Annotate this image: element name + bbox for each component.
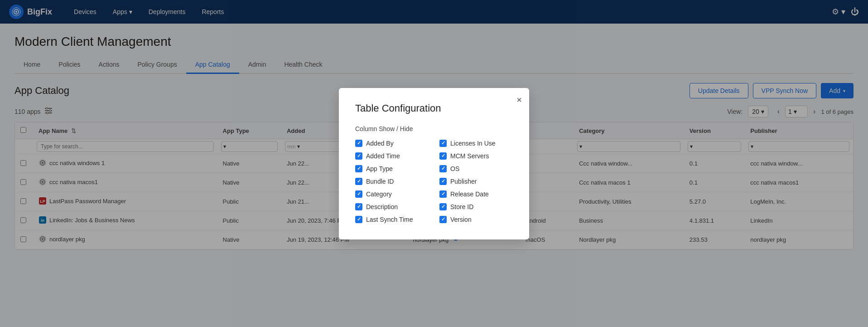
checkbox-os-label: OS (450, 165, 459, 172)
checkbox-publisher: Publisher (439, 178, 513, 185)
checkbox-os-icon[interactable] (439, 165, 447, 172)
checkbox-last-synch-icon[interactable] (355, 216, 362, 223)
checkbox-description-label: Description (366, 203, 398, 210)
checkbox-category: Category (355, 190, 429, 198)
table-config-modal: × Table Configuration Column Show / Hide… (339, 88, 529, 239)
checkbox-added-time: Added Time (355, 152, 429, 160)
section-label: Column Show / Hide (355, 125, 513, 132)
modal-title: Table Configuration (355, 102, 513, 114)
checkbox-last-synch-time: Last Synch Time (355, 216, 429, 223)
checkbox-app-type-label: App Type (366, 165, 393, 172)
checkbox-store-id-icon[interactable] (439, 203, 447, 210)
checkbox-added-by-icon[interactable] (355, 140, 362, 147)
modal-close-button[interactable]: × (516, 95, 522, 104)
checkbox-added-by-label: Added By (366, 140, 394, 147)
checkbox-last-synch-label: Last Synch Time (366, 216, 413, 223)
checkbox-version-label: Version (450, 216, 472, 223)
checkbox-release-date-label: Release Date (450, 190, 489, 198)
checkbox-licenses-in-use: Licenses In Use (439, 140, 513, 147)
checkbox-description-icon[interactable] (355, 203, 362, 210)
modal-overlay[interactable]: × Table Configuration Column Show / Hide… (0, 0, 868, 250)
checkbox-category-label: Category (366, 190, 392, 198)
checkbox-mcm-icon[interactable] (439, 152, 447, 160)
checkbox-publisher-label: Publisher (450, 178, 477, 185)
checkbox-bundle-id-icon[interactable] (355, 178, 362, 185)
checkbox-bundle-id-label: Bundle ID (366, 178, 394, 185)
checkbox-bundle-id: Bundle ID (355, 178, 429, 185)
column-checkboxes: Added By Licenses In Use Added Time MCM … (355, 140, 513, 223)
checkbox-release-date-icon[interactable] (439, 190, 447, 198)
checkbox-licenses-label: Licenses In Use (450, 140, 496, 147)
checkbox-category-icon[interactable] (355, 190, 362, 198)
checkbox-mcm-label: MCM Servers (450, 152, 489, 160)
checkbox-release-date: Release Date (439, 190, 513, 198)
checkbox-app-type: App Type (355, 165, 429, 172)
checkbox-publisher-icon[interactable] (439, 178, 447, 185)
checkbox-added-time-label: Added Time (366, 152, 400, 160)
checkbox-version-icon[interactable] (439, 216, 447, 223)
checkbox-app-type-icon[interactable] (355, 165, 362, 172)
checkbox-mcm-servers: MCM Servers (439, 152, 513, 160)
checkbox-version: Version (439, 216, 513, 223)
checkbox-description: Description (355, 203, 429, 210)
checkbox-licenses-icon[interactable] (439, 140, 447, 147)
checkbox-store-id-label: Store ID (450, 203, 473, 210)
checkbox-os: OS (439, 165, 513, 172)
checkbox-added-by: Added By (355, 140, 429, 147)
checkbox-store-id: Store ID (439, 203, 513, 210)
checkbox-added-time-icon[interactable] (355, 152, 362, 160)
